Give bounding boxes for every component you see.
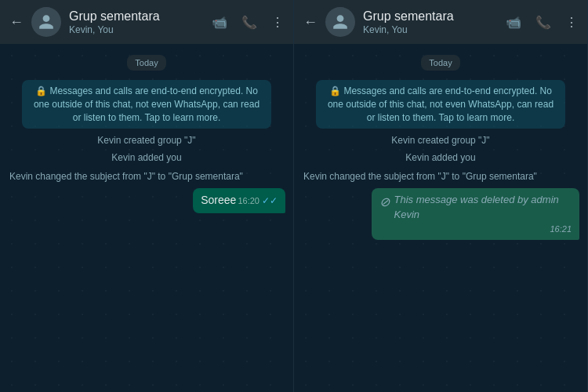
left-message-meta-0: 16:20 ✓✓ <box>238 194 278 209</box>
left-header-info: Grup sementara Kevin, You <box>69 9 204 34</box>
left-back-button[interactable]: ← <box>9 14 24 31</box>
left-chat-body: Today 🔒 Messages and calls are end-to-en… <box>0 44 293 392</box>
right-message-row-0: ⊘ This message was deleted by admin Kevi… <box>302 188 579 240</box>
left-avatar <box>31 7 61 37</box>
right-chat-panel: ← Grup sementara Kevin, You 📹 📞 ⋮ Today … <box>294 0 588 392</box>
left-message-time-0: 16:20 <box>238 196 260 205</box>
left-message-row-0: Soreee 16:20 ✓✓ <box>8 188 285 213</box>
right-back-button[interactable]: ← <box>303 14 318 31</box>
left-message-bubble-0: Soreee 16:20 ✓✓ <box>193 188 285 213</box>
left-phone-icon[interactable]: 📞 <box>241 15 257 30</box>
right-event-1: Kevin added you <box>405 152 475 163</box>
right-message-time-0: 16:21 <box>550 223 572 235</box>
left-event-1: Kevin added you <box>111 152 181 163</box>
right-date-badge: Today <box>421 55 459 71</box>
deleted-icon: ⊘ <box>379 194 390 211</box>
right-group-name: Grup sementara <box>363 9 498 24</box>
left-system-message: 🔒 Messages and calls are end-to-end encr… <box>22 80 272 129</box>
left-video-icon[interactable]: 📹 <box>212 15 227 30</box>
right-header-icons: 📹 📞 ⋮ <box>506 15 578 30</box>
right-phone-icon[interactable]: 📞 <box>535 15 551 30</box>
right-header: ← Grup sementara Kevin, You 📹 📞 ⋮ <box>294 0 587 44</box>
left-subject-change: Kevin changed the subject from "J" to "G… <box>8 171 245 182</box>
right-video-icon[interactable]: 📹 <box>506 15 521 30</box>
right-avatar <box>325 7 355 37</box>
left-read-check-0: ✓✓ <box>262 195 278 206</box>
right-header-info: Grup sementara Kevin, You <box>363 9 498 34</box>
left-chat-panel: ← Grup sementara Kevin, You 📹 📞 ⋮ Today … <box>0 0 294 392</box>
left-subtitle: Kevin, You <box>69 24 204 35</box>
right-subtitle: Kevin, You <box>363 24 498 35</box>
right-chat-body: Today 🔒 Messages and calls are end-to-en… <box>294 44 587 392</box>
left-message-text-0: Soreee <box>201 193 236 209</box>
left-more-icon[interactable]: ⋮ <box>271 15 284 30</box>
right-message-bubble-0: ⊘ This message was deleted by admin Kevi… <box>372 188 580 240</box>
right-subject-change: Kevin changed the subject from "J" to "G… <box>302 171 539 182</box>
right-deleted-meta: 16:21 <box>394 223 572 235</box>
right-system-message: 🔒 Messages and calls are end-to-end encr… <box>316 80 566 129</box>
right-more-icon[interactable]: ⋮ <box>565 15 578 30</box>
left-group-name: Grup sementara <box>69 9 204 24</box>
left-bubble-content-0: Soreee 16:20 ✓✓ <box>201 193 278 209</box>
left-header-icons: 📹 📞 ⋮ <box>212 15 284 30</box>
left-event-0: Kevin created group "J" <box>97 135 195 146</box>
right-message-text-0: This message was deleted by admin Kevin <box>394 193 572 221</box>
left-header: ← Grup sementara Kevin, You 📹 📞 ⋮ <box>0 0 293 44</box>
right-event-0: Kevin created group "J" <box>391 135 489 146</box>
left-date-badge: Today <box>127 55 165 71</box>
app-container: ← Grup sementara Kevin, You 📹 📞 ⋮ Today … <box>0 0 588 392</box>
right-deleted-content: This message was deleted by admin Kevin … <box>394 193 572 235</box>
